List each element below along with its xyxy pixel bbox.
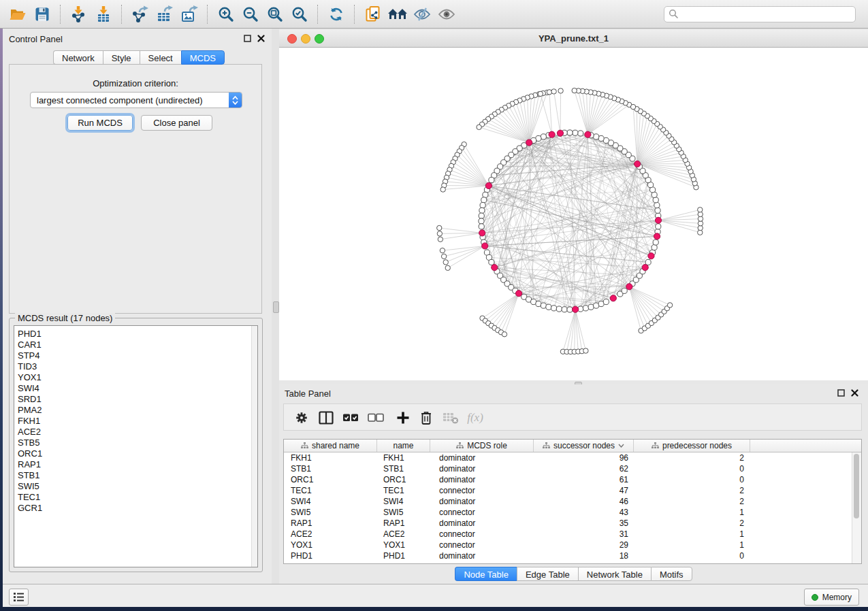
list-item[interactable]: SWI4 (14, 383, 257, 394)
list-item[interactable]: FKH1 (14, 416, 257, 427)
network-hub-node[interactable] (634, 161, 641, 167)
float-panel-icon[interactable] (244, 35, 251, 42)
network-node[interactable] (652, 245, 657, 250)
list-scrollbar[interactable] (251, 326, 257, 567)
network-node[interactable] (541, 303, 546, 308)
list-item[interactable]: ORC1 (14, 448, 257, 459)
list-item[interactable]: PMA2 (14, 405, 257, 416)
network-node[interactable] (479, 213, 484, 218)
search-field[interactable] (664, 6, 856, 22)
memory-button[interactable]: Memory (804, 589, 859, 606)
table-row[interactable]: FKH1FKH1dominator962 (284, 452, 861, 463)
mcds-result-list[interactable]: PHD1 CAR1 STP4 TID3 YOX1 SWI4 SRD1 PMA2 … (14, 325, 258, 567)
network-node[interactable] (481, 197, 487, 203)
network-node[interactable] (489, 177, 494, 182)
close-panel-icon[interactable] (851, 389, 858, 397)
search-input[interactable] (679, 9, 851, 20)
zoom-out-icon[interactable] (240, 3, 261, 25)
minimize-window-icon[interactable] (301, 34, 310, 44)
zoom-in-icon[interactable] (215, 3, 237, 25)
network-node[interactable] (479, 218, 484, 224)
select-all-icon[interactable] (342, 409, 359, 427)
table-row[interactable]: ORC1ORC1dominator610 (284, 474, 861, 485)
list-item[interactable]: GCR1 (14, 503, 257, 514)
column-header-shared-name[interactable]: shared name (284, 440, 377, 452)
network-node[interactable] (438, 237, 443, 242)
network-node[interactable] (654, 202, 660, 208)
network-node[interactable] (583, 306, 588, 311)
export-table-icon[interactable] (154, 3, 176, 25)
table-row[interactable]: PHD1PHD1dominator180 (284, 550, 861, 561)
network-node[interactable] (437, 231, 442, 236)
import-table-icon[interactable] (93, 3, 114, 25)
network-hub-node[interactable] (626, 284, 632, 290)
network-hub-node[interactable] (648, 253, 654, 259)
refresh-icon[interactable] (325, 3, 347, 25)
network-node[interactable] (594, 134, 599, 139)
network-node[interactable] (480, 202, 485, 208)
network-node[interactable] (567, 130, 573, 135)
scrollbar-thumb[interactable] (854, 454, 859, 518)
houses-icon[interactable] (387, 3, 408, 25)
network-hub-node[interactable] (610, 295, 616, 301)
show-columns-icon[interactable] (317, 409, 335, 427)
network-node[interactable] (622, 288, 627, 293)
maximize-window-icon[interactable] (315, 34, 324, 44)
run-mcds-button[interactable]: Run MCDS (67, 115, 133, 131)
network-hub-node[interactable] (549, 131, 555, 137)
network-window-titlebar[interactable]: YPA_prune.txt_1 (279, 30, 868, 48)
list-item[interactable]: TEC1 (14, 492, 257, 503)
list-item[interactable]: CAR1 (14, 340, 257, 350)
network-node[interactable] (437, 225, 442, 230)
gear-icon[interactable] (293, 409, 310, 427)
network-node[interactable] (567, 307, 573, 312)
network-hub-node[interactable] (557, 130, 563, 136)
column-header-mcds-role[interactable]: MCDS role (430, 440, 534, 452)
zoom-selected-icon[interactable] (289, 3, 310, 25)
table-row[interactable]: SWI4SWI4dominator462 (284, 496, 861, 507)
delete-table-icon[interactable] (442, 409, 460, 427)
network-node[interactable] (578, 131, 583, 136)
tab-motifs[interactable]: Motifs (651, 567, 692, 581)
table-row[interactable]: ACE2ACE2connector311 (284, 529, 861, 540)
table-row[interactable]: SWI5SWI5connector431 (284, 507, 861, 518)
network-hub-node[interactable] (526, 139, 532, 146)
add-column-icon[interactable] (394, 409, 412, 427)
list-item[interactable]: STB1 (14, 470, 257, 481)
tab-node-table[interactable]: Node Table (455, 567, 517, 581)
network-hub-node[interactable] (482, 243, 488, 249)
table-row[interactable]: RAP1RAP1dominator352 (284, 518, 861, 529)
vertical-splitter[interactable] (272, 29, 279, 584)
close-panel-button[interactable]: Close panel (141, 115, 212, 131)
save-session-icon[interactable] (31, 3, 53, 25)
network-node[interactable] (477, 125, 481, 129)
column-header-predecessor-nodes[interactable]: predecessor nodes (634, 440, 750, 452)
network-node[interactable] (546, 304, 551, 310)
node-table[interactable]: shared name name MCDS role successor nod… (283, 439, 862, 564)
delete-column-icon[interactable] (417, 409, 435, 427)
network-node[interactable] (440, 248, 445, 252)
optimization-criterion-select[interactable]: largest connected component (undirected) (30, 92, 242, 108)
tab-style[interactable]: Style (103, 50, 140, 65)
network-node[interactable] (698, 208, 703, 212)
import-network-icon[interactable] (68, 3, 90, 25)
table-row[interactable]: TEC1TEC1connector472 (284, 485, 861, 496)
network-node[interactable] (653, 197, 658, 203)
tab-network-table[interactable]: Network Table (578, 567, 651, 581)
list-item[interactable]: TID3 (14, 361, 257, 372)
network-hub-node[interactable] (573, 306, 579, 312)
network-hub-node[interactable] (492, 265, 498, 271)
network-node[interactable] (443, 260, 448, 265)
network-node[interactable] (556, 306, 562, 312)
network-node[interactable] (445, 265, 450, 270)
tab-network[interactable]: Network (53, 50, 103, 65)
table-row[interactable]: YOX1YOX1connector291 (284, 540, 861, 550)
close-window-icon[interactable] (287, 34, 297, 44)
network-node[interactable] (655, 208, 660, 213)
network-node[interactable] (573, 130, 578, 135)
network-hub-node[interactable] (515, 291, 521, 297)
network-node[interactable] (483, 192, 488, 197)
tab-select[interactable]: Select (140, 50, 181, 65)
list-item[interactable]: RAP1 (14, 459, 257, 470)
network-node[interactable] (603, 299, 609, 304)
